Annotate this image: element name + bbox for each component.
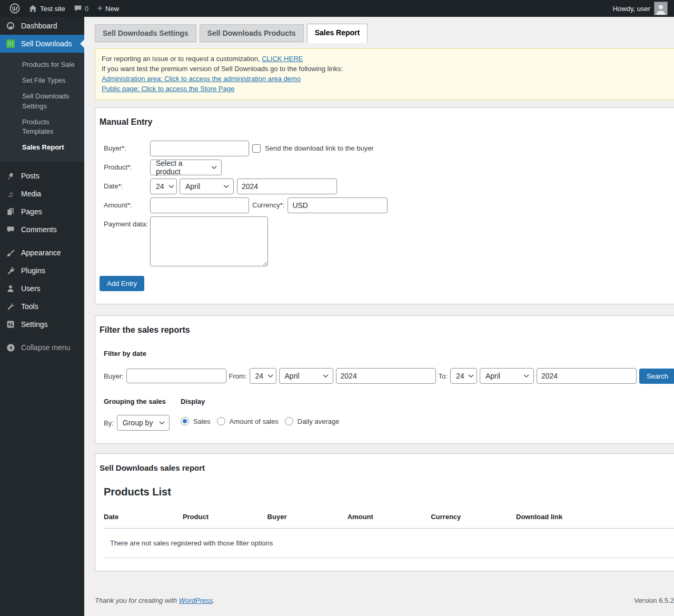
submenu-sales-report[interactable]: Sales Report: [0, 140, 84, 155]
submenu-set-file-types[interactable]: Set File Types: [0, 73, 84, 88]
menu-separator: [0, 239, 84, 244]
sell-downloads-submenu: Products for Sale Set File Types Sell Do…: [0, 53, 84, 162]
menu-separator: [0, 333, 84, 339]
plugin-icon: [5, 266, 16, 275]
paintbrush-icon: [5, 249, 16, 257]
send-link-label: Send the download link to the buyer: [261, 141, 374, 152]
tab-sell-downloads-settings[interactable]: Sell Downloads Settings: [95, 24, 196, 42]
sidebar-item-appearance[interactable]: Appearance: [0, 244, 84, 262]
comments-icon: [5, 225, 16, 234]
wordpress-link[interactable]: WordPress: [179, 597, 213, 604]
sidebar-item-label: Plugins: [21, 266, 45, 275]
radio-sales-label: Sales: [193, 418, 211, 425]
user-avatar[interactable]: [654, 2, 668, 15]
payment-data-textarea[interactable]: [150, 216, 268, 266]
to-day-select[interactable]: 24: [450, 368, 477, 384]
admin-sidebar: Dashboard Sell Downloads Products for Sa…: [0, 17, 84, 616]
buyer-input[interactable]: [150, 141, 249, 156]
comments-indicator[interactable]: 0: [70, 0, 93, 17]
sidebar-item-users[interactable]: Users: [0, 280, 84, 297]
from-year-input[interactable]: [336, 368, 436, 384]
collapse-menu-button[interactable]: Collapse menu: [0, 339, 84, 356]
wordpress-logo-menu[interactable]: [5, 0, 24, 17]
product-label: Product*:: [104, 160, 150, 171]
sales-report-title: Sell Downloads sales report: [100, 463, 674, 472]
sidebar-item-pages[interactable]: Pages: [0, 203, 84, 221]
amount-input[interactable]: [150, 197, 249, 213]
pin-icon: [5, 172, 16, 181]
collapse-arrow-icon: [5, 343, 16, 352]
sidebar-item-dashboard[interactable]: Dashboard: [0, 17, 84, 35]
chevron-down-icon: [323, 374, 329, 378]
sidebar-item-posts[interactable]: Posts: [0, 167, 84, 185]
col-amount: Amount: [348, 513, 431, 529]
sidebar-item-tools[interactable]: Tools: [0, 297, 84, 315]
sales-report-panel: Sell Downloads sales report Products Lis…: [95, 453, 674, 571]
dashboard-icon: [5, 21, 16, 31]
submenu-products-templates[interactable]: Products Templates: [0, 114, 84, 140]
from-month-select[interactable]: April: [279, 368, 333, 384]
product-select[interactable]: Select a product: [150, 160, 222, 175]
currency-input[interactable]: [288, 197, 388, 213]
sidebar-item-label: Tools: [21, 302, 38, 311]
to-year-input[interactable]: [537, 368, 637, 384]
new-content-menu[interactable]: + New: [93, 0, 123, 17]
filter-buyer-label: Buyer:: [104, 372, 124, 380]
send-link-checkbox[interactable]: [252, 144, 261, 153]
sidebar-item-media[interactable]: ♫ Media: [0, 185, 84, 203]
chevron-down-icon: [468, 374, 474, 378]
chevron-down-icon: [211, 166, 217, 170]
manual-entry-panel: Manual Entry Buyer*: Send the download l…: [95, 107, 674, 304]
sidebar-item-label: Users: [21, 284, 41, 293]
sidebar-item-label: Dashboard: [21, 22, 57, 30]
sidebar-item-label: Posts: [21, 172, 39, 180]
main-content: Sell Downloads Settings Sell Downloads P…: [84, 17, 674, 616]
date-label: Date*:: [104, 178, 150, 190]
tab-sell-downloads-products[interactable]: Sell Downloads Products: [200, 24, 304, 42]
site-name-link[interactable]: Test site: [24, 0, 70, 17]
plus-icon: +: [97, 3, 103, 13]
empty-message: There are not sales registered with thos…: [104, 529, 674, 558]
comments-count: 0: [85, 5, 88, 13]
sidebar-item-label: Pages: [21, 207, 42, 216]
settings-tabs: Sell Downloads Settings Sell Downloads P…: [95, 22, 674, 42]
day-select[interactable]: 24: [150, 178, 177, 194]
filter-panel: Filter the sales reports Filter by date …: [95, 315, 674, 444]
sidebar-item-settings[interactable]: Settings: [0, 315, 84, 333]
year-input[interactable]: [237, 178, 337, 194]
from-day-select[interactable]: 24: [250, 368, 276, 384]
chevron-down-icon: [523, 374, 529, 378]
radio-daily-average[interactable]: [285, 417, 293, 425]
tab-sales-report[interactable]: Sales Report: [307, 24, 368, 43]
music-note-icon: ♫: [5, 190, 16, 198]
radio-sales[interactable]: [181, 417, 189, 425]
table-row: There are not sales registered with thos…: [104, 529, 674, 558]
howdy-label[interactable]: Howdy, user: [613, 5, 650, 13]
filter-by-date-label: Filter by date: [104, 350, 674, 357]
submenu-sell-downloads-settings[interactable]: Sell Downloads Settings: [0, 88, 84, 114]
to-label: To:: [439, 372, 448, 380]
day-select-value: 24: [156, 182, 164, 191]
products-list-title: Products List: [104, 486, 674, 498]
sidebar-item-plugins[interactable]: Plugins: [0, 262, 84, 280]
admin-demo-link[interactable]: Administration area: Click to access the…: [102, 75, 301, 83]
to-month-select[interactable]: April: [480, 368, 534, 384]
sidebar-item-comments[interactable]: Comments: [0, 221, 84, 239]
click-here-link[interactable]: CLICK HERE: [262, 55, 303, 63]
radio-amount-of-sales[interactable]: [217, 417, 225, 425]
sliders-icon: [5, 320, 16, 329]
to-month-value: April: [485, 372, 500, 380]
sidebar-item-sell-downloads[interactable]: Sell Downloads: [0, 35, 84, 53]
by-label: By:: [104, 419, 114, 427]
grouping-title: Grouping the sales: [104, 398, 181, 405]
submenu-products-for-sale[interactable]: Products for Sale: [0, 57, 84, 73]
search-button[interactable]: Search: [639, 369, 674, 384]
sidebar-item-label: Comments: [21, 225, 57, 234]
filter-buyer-input[interactable]: [126, 369, 226, 383]
col-date: Date: [104, 513, 183, 529]
add-entry-button[interactable]: Add Entry: [100, 276, 144, 291]
display-title: Display: [181, 398, 674, 405]
store-page-link[interactable]: Public page: Click to access the Store P…: [102, 85, 234, 93]
group-by-select[interactable]: Group by: [117, 415, 170, 431]
month-select[interactable]: April: [180, 178, 234, 194]
